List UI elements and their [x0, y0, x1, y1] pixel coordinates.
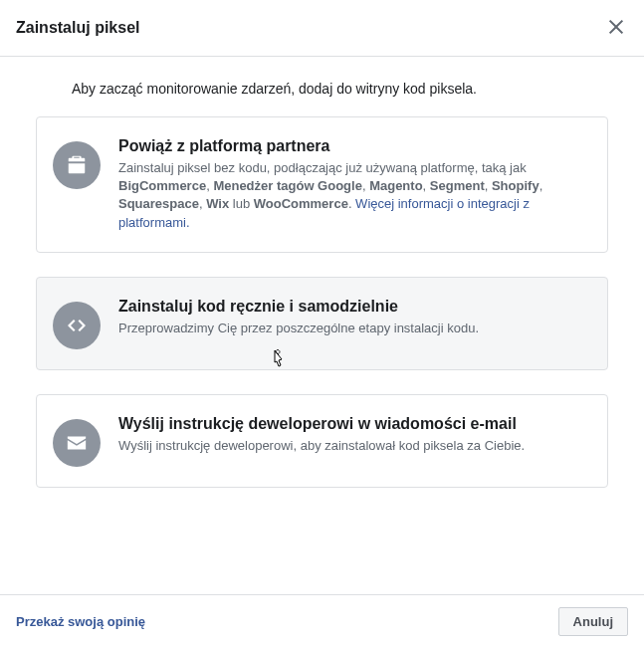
option-manual-desc: Przeprowadzimy Cię przez poszczególne et… — [118, 320, 587, 337]
option-manual[interactable]: Zainstaluj kod ręcznie i samodzielnie Pr… — [36, 277, 608, 370]
mail-icon — [53, 419, 101, 467]
modal-header: Zainstaluj piksel — [0, 0, 644, 57]
modal-body: Aby zacząć monitorowanie zdarzeń, dodaj … — [0, 57, 644, 508]
cancel-button[interactable]: Anuluj — [558, 607, 628, 636]
shopping-bag-icon — [53, 141, 101, 189]
close-button[interactable] — [604, 14, 628, 42]
option-manual-title: Zainstaluj kod ręcznie i samodzielnie — [118, 298, 587, 316]
option-partner-title: Powiąż z platformą partnera — [118, 137, 587, 155]
option-manual-content: Zainstaluj kod ręcznie i samodzielnie Pr… — [118, 298, 587, 349]
close-icon — [608, 17, 624, 39]
option-partner-desc: Zainstaluj piksel bez kodu, podłączając … — [118, 159, 587, 232]
modal-title: Zainstaluj piksel — [16, 19, 139, 37]
intro-text: Aby zacząć monitorowanie zdarzeń, dodaj … — [36, 81, 608, 97]
option-email-content: Wyślij instrukcję deweloperowi w wiadomo… — [118, 415, 587, 467]
code-icon — [53, 302, 101, 349]
modal-footer: Przekaż swoją opinię Anuluj — [0, 594, 644, 648]
option-email-desc: Wyślij instrukcję deweloperowi, aby zain… — [118, 437, 587, 455]
feedback-link[interactable]: Przekaż swoją opinię — [16, 614, 145, 629]
option-partner-content: Powiąż z platformą partnera Zainstaluj p… — [118, 137, 587, 232]
option-email-title: Wyślij instrukcję deweloperowi w wiadomo… — [118, 415, 587, 433]
option-partner[interactable]: Powiąż z platformą partnera Zainstaluj p… — [36, 116, 608, 253]
option-email[interactable]: Wyślij instrukcję deweloperowi w wiadomo… — [36, 394, 608, 488]
